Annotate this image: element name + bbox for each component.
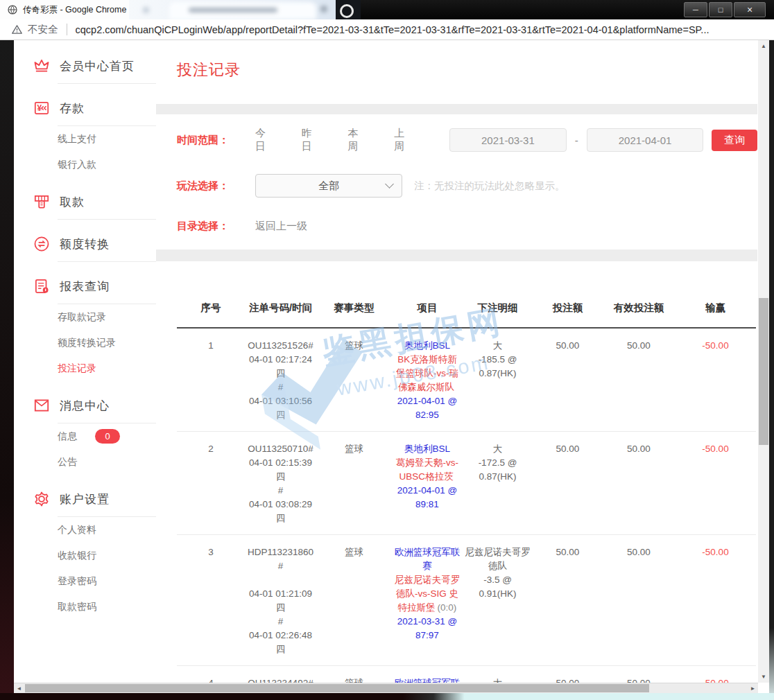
match-date: 2021-04-01 @ 89:81 <box>393 484 461 511</box>
winloss-cell: -50.00 <box>675 666 756 683</box>
window-border-right <box>769 40 774 693</box>
sport-type-cell: 篮球 <box>316 432 392 535</box>
scroll-right-arrow-icon[interactable]: ► <box>748 683 758 693</box>
report-icon <box>33 277 51 295</box>
sidebar-subitem-login-password[interactable]: 登录密码 <box>14 568 156 594</box>
vertical-scrollbar[interactable]: ▲ ▼ <box>758 40 769 683</box>
match-date: 2021-04-01 @ 82:95 <box>393 394 461 422</box>
minimize-button[interactable]: ─ <box>684 2 707 17</box>
quick-link-yesterday[interactable]: 昨日 <box>302 127 322 153</box>
row-index: 1 <box>178 339 243 353</box>
chevron-down-icon <box>385 180 394 189</box>
project-cell: 欧洲篮球冠军联赛 尼兹尼诺夫哥罗德队-vs-SIG 史特拉斯堡 2021-03-… <box>392 666 463 683</box>
maximize-button[interactable]: □ <box>709 2 732 17</box>
sidebar-subitem-online-pay[interactable]: 线上支付 <box>14 126 156 152</box>
sidebar-item-withdraw[interactable]: 取款 <box>14 184 156 219</box>
url-text: cqcp2.com/chuanQiCPLoginWeb/app/reportDe… <box>76 24 710 35</box>
winloss-cell: -50.00 <box>675 432 756 535</box>
back-up-level-link[interactable]: 返回上一级 <box>255 220 307 233</box>
address-bar[interactable]: 不安全 cqcp2.com/chuanQiCPLoginWeb/app/repo… <box>0 19 774 40</box>
horizontal-scrollbar[interactable]: ◄ ► <box>14 683 758 693</box>
directory-label: 目录选择： <box>177 220 255 233</box>
sidebar-item-label: 消息中心 <box>60 398 110 414</box>
sidebar-item-home[interactable]: 会员中心首页 <box>14 49 156 83</box>
column-header: 项目 <box>392 261 463 328</box>
window-border-bottom <box>0 693 774 700</box>
order-number-cell: OU113251526#04-01 02:17:24 四#04-01 03:10… <box>245 328 316 432</box>
detail-line: -172.5 @ 0.87(HK) <box>464 456 531 484</box>
sidebar-subitem-profile[interactable]: 个人资料 <box>14 517 156 543</box>
detail-line: 尼兹尼诺夫哥罗德队 <box>464 545 531 573</box>
horizontal-scrollbar-thumb[interactable] <box>25 684 649 692</box>
security-label: 不安全 <box>28 23 58 36</box>
sport-type-cell: 篮球 <box>316 328 392 432</box>
bet-detail-cell: 大-184.5 @ 0.82(HK) <box>463 666 533 683</box>
sidebar-subitem-withdraw-password[interactable]: 取款密码 <box>14 594 156 620</box>
quick-link-today[interactable]: 今日 <box>255 127 276 153</box>
order-line: OU113234492# <box>246 676 315 683</box>
scroll-up-arrow-icon[interactable]: ▲ <box>758 40 769 52</box>
sidebar-subitem-quota-transfer-records[interactable]: 额度转换记录 <box>14 330 156 356</box>
window-titlebar: 传奇彩票 - Google Chrome ─ □ × <box>0 0 774 19</box>
sidebar-item-label: 报表查询 <box>60 279 110 295</box>
order-number-cell: OU113234492#04-01 01:27:25 四#04-01 02:26… <box>245 666 316 683</box>
quick-link-this-week[interactable]: 本周 <box>348 127 369 153</box>
maximize-icon: □ <box>719 6 723 14</box>
quick-link-last-week[interactable]: 上周 <box>394 127 415 153</box>
sport-type: 篮球 <box>318 676 390 683</box>
date-range-dash: - <box>575 134 578 146</box>
divider <box>58 219 156 220</box>
sidebar-subitem-announcements[interactable]: 公告 <box>14 449 156 475</box>
bet-amount-cell: 50.00 <box>533 432 603 535</box>
sidebar-item-deposit[interactable]: ¥ 存款 <box>14 91 156 125</box>
sidebar-item-reports[interactable]: 报表查询 <box>14 269 156 304</box>
order-number-cell: OU113250710#04-01 02:15:39 四#04-01 03:08… <box>245 432 316 535</box>
bet-table-panel: 序号 注单号码/时间 赛事类型 项目 下注明细 投注额 有效投注额 输赢 1 O… <box>156 261 757 683</box>
sport-type: 篮球 <box>318 545 390 559</box>
detail-line: 大 <box>464 339 531 353</box>
scroll-left-arrow-icon[interactable]: ◄ <box>14 683 24 693</box>
date-to-input[interactable]: 2021-04-01 <box>587 128 704 152</box>
order-line: 04-01 02:26:48 四 <box>246 629 315 656</box>
row-index: 2 <box>178 442 243 456</box>
search-button[interactable]: 查询 <box>712 130 757 151</box>
sidebar-subitem-receiving-bank[interactable]: 收款银行 <box>14 543 156 568</box>
column-header: 注单号码/时间 <box>245 261 316 328</box>
project-cell: 奥地利BSL BK克洛斯特新堡篮球队-vs-瑞佛森威尔斯队 2021-04-01… <box>392 328 463 432</box>
order-line: # <box>246 484 315 498</box>
mail-icon <box>33 396 51 414</box>
play-type-label: 玩法选择： <box>177 180 255 193</box>
winloss-cell: -50.00 <box>675 328 756 432</box>
date-range-label: 时间范围： <box>177 134 255 147</box>
column-header: 投注额 <box>533 261 603 328</box>
vertical-scrollbar-thumb[interactable] <box>759 298 768 445</box>
filter-panel: 时间范围： 今日 昨日 本周 上周 2021-03-31 - 2021-04-0… <box>156 114 757 250</box>
scroll-down-arrow-icon[interactable]: ▼ <box>758 671 769 683</box>
sidebar-subitem-bet-records[interactable]: 投注记录 <box>14 356 156 381</box>
sidebar-item-label: 会员中心首页 <box>60 58 135 74</box>
row-index-cell: 1 <box>177 328 245 432</box>
bet-detail-cell: 大-172.5 @ 0.87(HK) <box>463 432 533 535</box>
sidebar-item-quota-transfer[interactable]: 额度转换 <box>14 227 156 261</box>
winloss-value: -50.00 <box>702 678 728 683</box>
league-name: 奥地利BSL <box>393 442 461 456</box>
winloss-cell: -50.00 <box>675 535 756 666</box>
sidebar-subitem-deposit-withdraw-records[interactable]: 存取款记录 <box>14 304 156 330</box>
browser-window: 传奇彩票 - Google Chrome ─ □ × 不安全 cqcp2.com… <box>0 0 774 700</box>
sidebar-item-account-settings[interactable]: 账户设置 <box>14 482 156 516</box>
play-type-select[interactable]: 全部 <box>255 174 402 198</box>
withdraw-icon <box>33 193 51 211</box>
order-line: 04-01 02:17:24 四 <box>246 353 315 380</box>
security-warning-icon <box>11 24 23 35</box>
sidebar-item-message-center[interactable]: 消息中心 <box>14 388 156 423</box>
close-button[interactable]: × <box>734 2 766 17</box>
background-window <box>129 0 361 19</box>
date-from-input[interactable]: 2021-03-31 <box>449 128 567 152</box>
sidebar-subitem-messages[interactable]: 信息 0 <box>14 423 156 449</box>
order-line: OU113251526# <box>246 339 315 353</box>
sidebar-subitem-bank-deposit[interactable]: 银行入款 <box>14 152 156 177</box>
valid-amount-cell: 50.00 <box>603 328 675 432</box>
bet-detail-cell: 尼兹尼诺夫哥罗德队-3.5 @ 0.91(HK) <box>463 535 533 666</box>
order-line <box>246 573 315 587</box>
background-app-icon <box>340 4 354 18</box>
